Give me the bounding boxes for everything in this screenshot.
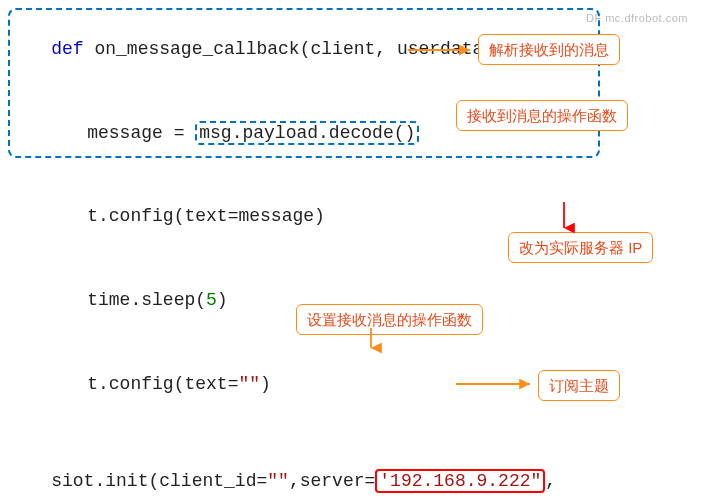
code-text: time.sleep( xyxy=(87,290,206,310)
keyword-def: def xyxy=(51,39,83,59)
annotation-server-ip: 改为实际服务器 IP xyxy=(508,232,653,263)
annotation-callback-fn: 接收到消息的操作函数 xyxy=(456,100,628,131)
server-ip-box: '192.168.9.222" xyxy=(375,469,545,493)
code-text: t.config(text=message) xyxy=(87,206,325,226)
function-name: on_message_callback xyxy=(94,39,299,59)
number-literal: 5 xyxy=(206,290,217,310)
code-block: DF mc.dfrobot.com def on_message_callbac… xyxy=(8,8,694,502)
string-literal: "" xyxy=(238,374,260,394)
code-text: t.config(text= xyxy=(87,374,238,394)
code-text: ,server= xyxy=(289,471,375,491)
string-literal: '192.168.9.222" xyxy=(379,471,541,491)
annotation-subscribe: 订阅主题 xyxy=(538,370,620,401)
code-text: message = xyxy=(87,123,195,143)
code-text: ) xyxy=(217,290,228,310)
code-line: siot.init(client_id="",server='192.168.9… xyxy=(8,440,694,502)
annotation-set-callback: 设置接收消息的操作函数 xyxy=(296,304,483,335)
code-text: , xyxy=(545,471,556,491)
string-literal: "" xyxy=(267,471,289,491)
params: (client, userdata, xyxy=(300,39,505,59)
code-text: siot.init(client_id= xyxy=(51,471,267,491)
code-text: ) xyxy=(260,374,271,394)
annotation-parse-msg: 解析接收到的消息 xyxy=(478,34,620,65)
payload-decode-box: msg.payload.decode() xyxy=(195,121,419,145)
